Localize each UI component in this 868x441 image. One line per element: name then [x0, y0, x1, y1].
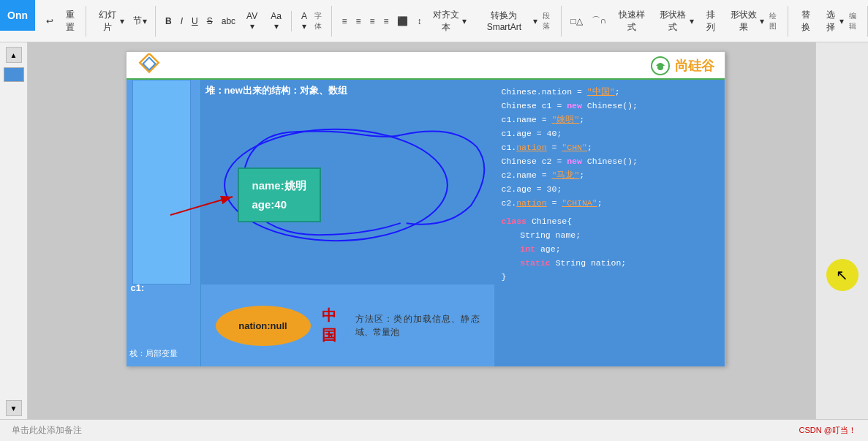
drawing-label: 绘图	[769, 11, 782, 31]
object-box-yaoming: name:姚明 age:40	[238, 167, 321, 222]
fontsize-button[interactable]: Aa ▾	[265, 10, 287, 33]
bold-button[interactable]: B	[162, 15, 176, 28]
code-nation-field: static String nation;	[502, 257, 717, 271]
color-button[interactable]: A ▾	[295, 10, 313, 33]
code-line-2: Chinese c1 = new Chinese();	[502, 99, 717, 113]
indent-button[interactable]: ↕	[413, 15, 425, 28]
smartart-button[interactable]: 转换为 SmartArt ▾	[472, 8, 541, 34]
arrange-button[interactable]: 排列	[699, 7, 722, 35]
font-group: B I U S abc AV ▾ Aa ▾ A ▾ 字体	[157, 6, 332, 37]
shape1-button[interactable]: □△	[567, 15, 586, 28]
align-left-button[interactable]: ≡	[338, 15, 350, 28]
italic-button[interactable]: I	[177, 15, 186, 28]
age-field: age:40	[252, 195, 306, 214]
c1-label: c1:	[131, 282, 145, 293]
slide: 尚硅谷 c1: 栈：局部变量	[126, 51, 725, 366]
stack-label: 栈：局部变量	[129, 348, 178, 359]
shape-effects-button[interactable]: 形状效果 ▾	[724, 7, 769, 35]
undo-button[interactable]: ↩	[42, 15, 57, 28]
select-button[interactable]: 选择 ▾	[819, 7, 848, 35]
tall-rect	[132, 80, 191, 284]
underline-button[interactable]: U	[188, 15, 202, 28]
slide-section-group: 幻灯片 ▾ 节 ▾	[88, 6, 156, 37]
slide-body: c1: 栈：局部变量 堆：new出来的结构：对象、数组	[127, 80, 725, 366]
code-name-field: String name;	[502, 229, 717, 243]
code-line-6: Chinese c2 = new Chinese();	[502, 155, 717, 169]
zhongguo-label: 中国	[322, 306, 344, 345]
paragraph-label: 段落	[543, 11, 556, 31]
toolbar: ↩ 重置 幻灯片 ▾ 节 ▾ B I U S abc AV ▾ Aa ▾ A ▾…	[0, 0, 868, 42]
code-line-5: c1.nation = "CHN";	[502, 141, 717, 155]
abc-button[interactable]: abc	[218, 15, 239, 28]
code-age-field: int age;	[502, 243, 717, 257]
section-button[interactable]: 节 ▾	[129, 13, 151, 29]
nation-ellipse: nation:null	[216, 306, 311, 346]
brand-icon	[650, 56, 671, 76]
heap-section: 堆：new出来的结构：对象、数组 name:姚明 age:40	[201, 80, 494, 284]
slide-thumbnail	[4, 67, 24, 82]
slide-button[interactable]: 幻灯片 ▾	[92, 7, 128, 35]
drawing-group: □△ ⌒∩ 快速样式 形状格式 ▾ 排列 形状效果 ▾ 绘图	[563, 6, 788, 37]
toolbar-undo-group: ↩ 重置	[38, 6, 86, 37]
shape-format-button[interactable]: 形状格式 ▾	[653, 7, 698, 35]
fontav-button[interactable]: AV ▾	[241, 10, 263, 33]
font-label: 字体	[314, 11, 327, 31]
scroll-down-button[interactable]: ▼	[6, 400, 22, 416]
diamond-logo-icon	[137, 53, 162, 78]
code-line-3: c1.name = "姚明";	[502, 113, 717, 127]
reset-button[interactable]: 重置	[59, 7, 81, 35]
method-area-label: 方法区：类的加载信息、静态域、常量池	[355, 312, 480, 339]
code-line-4: c1.age = 40;	[502, 127, 717, 141]
code-class-line: class Chinese{	[502, 215, 717, 229]
align-text-button[interactable]: 对齐文本 ▾	[426, 7, 470, 35]
scroll-up-button[interactable]: ▲	[6, 47, 22, 63]
columns-button[interactable]: ⬛	[393, 15, 412, 28]
align-right-button[interactable]: ≡	[366, 15, 378, 28]
edit-group: 替换 选择 ▾ 编辑	[790, 6, 868, 37]
left-stack-column: c1: 栈：局部变量	[127, 80, 201, 366]
main-area: ▲ ▼ 尚硅谷	[0, 42, 868, 419]
brand-label: 尚硅谷	[675, 57, 714, 75]
code-panel: Chinese.nation = "中国"; Chinese c1 = new …	[494, 80, 725, 366]
code-line-1: Chinese.nation = "中国";	[502, 86, 717, 99]
onn-label: Onn	[0, 0, 35, 31]
slide-edit-area: 尚硅谷 c1: 栈：局部变量	[28, 42, 815, 419]
align-center-button[interactable]: ≡	[352, 15, 364, 28]
yellow-circle-cursor: ↖	[826, 259, 858, 291]
justify-button[interactable]: ≡	[380, 15, 392, 28]
code-line-7: c2.name = "马龙";	[502, 169, 717, 183]
code-close-brace: }	[502, 271, 717, 284]
status-bar: 单击此处添加备注 CSDN @叮当！	[0, 419, 868, 441]
edit-label: 编辑	[849, 11, 863, 31]
slide-header: 尚硅谷	[127, 52, 725, 80]
paragraph-group: ≡ ≡ ≡ ≡ ⬛ ↕ 对齐文本 ▾ 转换为 SmartArt ▾ 段落	[333, 6, 561, 37]
heap-label: 堆：new出来的结构：对象、数组	[205, 84, 490, 97]
add-note-label[interactable]: 单击此处添加备注	[12, 424, 82, 437]
heap-area: 堆：new出来的结构：对象、数组 name:姚明 age:40	[201, 80, 494, 366]
strikethrough-button[interactable]: S	[203, 15, 216, 28]
right-panel: ↖	[815, 42, 868, 419]
name-field: name:姚明	[252, 176, 306, 195]
brand-area: 尚硅谷	[650, 56, 714, 76]
left-panel: ▲ ▼	[0, 42, 28, 419]
divider	[291, 11, 292, 31]
code-line-8: c2.age = 30;	[502, 183, 717, 197]
svg-point-3	[657, 64, 663, 70]
shape2-button[interactable]: ⌒∩	[588, 13, 611, 29]
code-line-9: c2.nation = "CHINA";	[502, 197, 717, 211]
csdn-label: CSDN @叮当！	[799, 425, 856, 436]
method-section: nation:null 中国 方法区：类的加载信息、静态域、常量池	[201, 284, 494, 366]
replace-button[interactable]: 替换	[794, 7, 818, 35]
quickstyle-button[interactable]: 快速样式	[611, 7, 651, 35]
